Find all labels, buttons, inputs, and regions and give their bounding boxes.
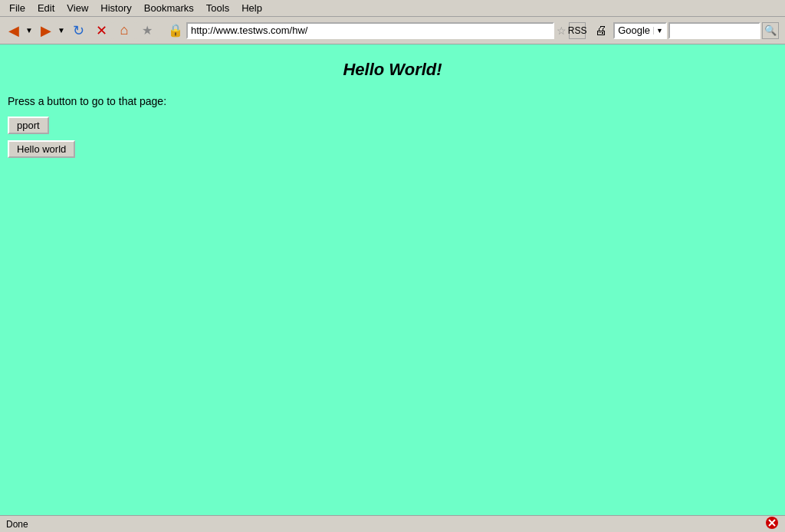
searchbar: Google ▼ 🔍	[613, 20, 779, 41]
prompt-text: Press a button to go to that page:	[8, 95, 777, 107]
menu-bookmarks[interactable]: Bookmarks	[138, 1, 200, 15]
menu-view[interactable]: View	[61, 1, 94, 15]
content-area: Hello World! Press a button to go to tha…	[0, 44, 785, 515]
menubar: File Edit View History Bookmarks Tools H…	[0, 0, 785, 17]
statusbar: Done	[0, 515, 785, 532]
search-input[interactable]	[668, 22, 760, 39]
button-hello-world[interactable]: Hello world	[8, 140, 75, 158]
home-icon: ⌂	[120, 22, 129, 38]
back-button-group: ◀ ▼	[3, 21, 34, 41]
page-icon: 🔒	[167, 22, 184, 39]
bookmarks-button[interactable]: ★	[136, 21, 158, 41]
bookmark-icon: ★	[142, 23, 153, 38]
status-text: Done	[6, 519, 28, 530]
statusbar-stop-icon	[765, 516, 779, 530]
forward-dropdown-arrow[interactable]: ▼	[57, 21, 66, 41]
menu-help[interactable]: Help	[235, 1, 268, 15]
addressbar: 🔒 ☆ RSS	[167, 20, 586, 41]
search-engine-label: Google	[615, 25, 653, 36]
forward-icon: ▶	[41, 22, 51, 39]
search-go-button[interactable]: 🔍	[762, 22, 779, 39]
bookmark-star-icon[interactable]: ☆	[557, 25, 567, 37]
menu-history[interactable]: History	[94, 1, 137, 15]
search-engine-selector[interactable]: Google ▼	[613, 22, 667, 39]
back-dropdown-arrow[interactable]: ▼	[25, 21, 34, 41]
print-icon: 🖨	[595, 24, 607, 38]
stop-icon: ✕	[96, 22, 107, 39]
reload-button[interactable]: ↻	[67, 21, 89, 41]
forward-button[interactable]: ▶	[35, 21, 57, 41]
search-go-icon: 🔍	[764, 25, 777, 36]
reload-icon: ↻	[73, 22, 84, 39]
back-button[interactable]: ◀	[3, 21, 25, 41]
url-input[interactable]	[186, 22, 554, 39]
print-button[interactable]: 🖨	[590, 21, 612, 41]
stop-button[interactable]: ✕	[90, 21, 112, 41]
back-icon: ◀	[8, 22, 19, 39]
rss-button[interactable]: RSS	[569, 22, 586, 39]
statusbar-right	[765, 516, 779, 532]
menu-edit[interactable]: Edit	[31, 1, 61, 15]
forward-button-group: ▶ ▼	[35, 21, 66, 41]
toolbar: ◀ ▼ ▶ ▼ ↻ ✕ ⌂ ★ 🔒	[0, 17, 785, 44]
button-pport[interactable]: pport	[8, 117, 49, 134]
search-engine-arrow-icon: ▼	[653, 27, 665, 34]
menu-tools[interactable]: Tools	[200, 1, 235, 15]
browser-window: File Edit View History Bookmarks Tools H…	[0, 0, 785, 532]
page-heading: Hello World!	[8, 60, 777, 80]
home-button[interactable]: ⌂	[113, 21, 135, 41]
menu-file[interactable]: File	[3, 1, 31, 15]
